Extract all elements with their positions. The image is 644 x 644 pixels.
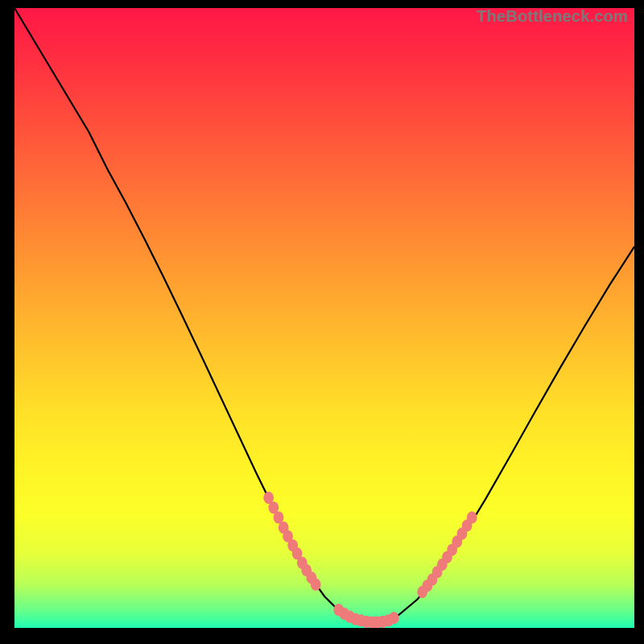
- dot-marker: [467, 511, 477, 523]
- chart-stage: TheBottleneck.com: [0, 0, 644, 644]
- dot-marker: [389, 612, 399, 624]
- watermark-text: TheBottleneck.com: [477, 7, 628, 26]
- chart-plot-area: TheBottleneck.com: [14, 8, 634, 628]
- dot-markers: [263, 492, 477, 628]
- bottleneck-curve: [14, 8, 634, 622]
- chart-overlay-svg: [14, 8, 634, 628]
- dot-marker: [311, 579, 321, 591]
